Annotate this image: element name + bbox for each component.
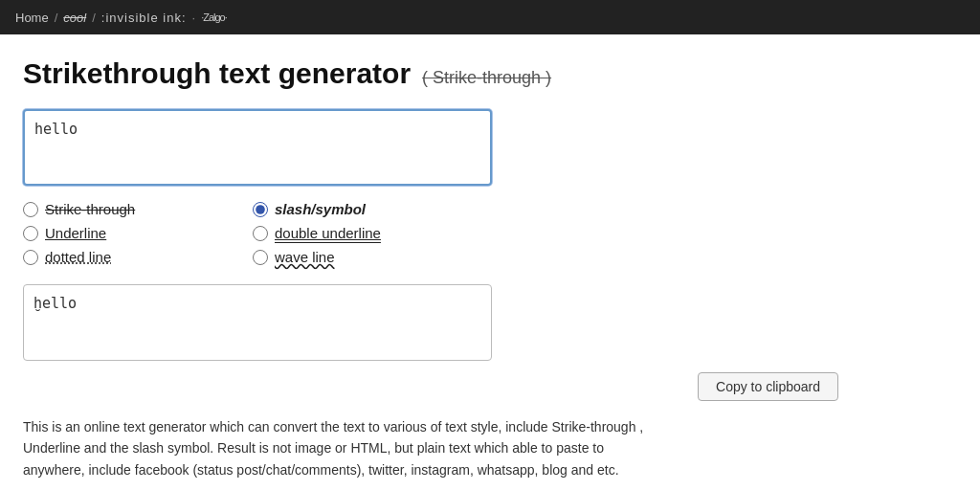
nav-invisible[interactable]: :invisible ink:	[101, 11, 187, 25]
option-label-slash: slash/symbol	[275, 201, 366, 217]
nav-sep-3: ·	[192, 11, 196, 25]
option-dotted[interactable]: dotted line	[23, 249, 253, 265]
option-label-double-underline: double underline	[275, 225, 381, 241]
nav-home[interactable]: Home	[15, 11, 49, 25]
option-strikethrough[interactable]: Strike-through	[23, 201, 253, 217]
output-textarea[interactable]: ḫello	[23, 284, 492, 361]
copy-button-wrapper: Copy to clipboard	[369, 372, 838, 401]
option-label-dotted: dotted line	[45, 249, 111, 265]
radio-wave[interactable]	[253, 250, 268, 265]
radio-underline[interactable]	[23, 226, 38, 241]
option-slash[interactable]: slash/symbol	[253, 201, 482, 217]
input-textarea[interactable]: hello	[23, 109, 492, 186]
description-text: This is an online text generator which c…	[23, 416, 655, 480]
radio-slash[interactable]	[253, 202, 268, 217]
radio-dotted[interactable]	[23, 250, 38, 265]
radio-double-underline[interactable]	[253, 226, 268, 241]
nav-sep-2: /	[92, 11, 96, 25]
navbar: Home / cool / :invisible ink: · ·Zalgo·	[0, 0, 980, 34]
options-area: Strike-through slash/symbol Underline do…	[23, 201, 838, 265]
option-label-strikethrough: Strike-through	[45, 201, 135, 217]
option-label-wave: wave line	[275, 249, 335, 265]
page-title: Strikethrough text generator	[23, 57, 411, 90]
nav-cool[interactable]: cool	[63, 11, 86, 25]
option-underline[interactable]: Underline	[23, 225, 253, 241]
copy-to-clipboard-button[interactable]: Copy to clipboard	[698, 372, 838, 401]
title-area: Strikethrough text generator ( Strike-th…	[23, 57, 838, 90]
option-label-underline: Underline	[45, 225, 106, 241]
page-subtitle: ( Strike-through )	[422, 68, 551, 88]
main-content: Strikethrough text generator ( Strike-th…	[0, 34, 861, 490]
nav-zalgo[interactable]: ·Zalgo·	[201, 11, 227, 23]
option-double-underline[interactable]: double underline	[253, 225, 482, 241]
radio-strikethrough[interactable]	[23, 202, 38, 217]
nav-sep-1: /	[55, 11, 58, 25]
option-wave[interactable]: wave line	[253, 249, 482, 265]
